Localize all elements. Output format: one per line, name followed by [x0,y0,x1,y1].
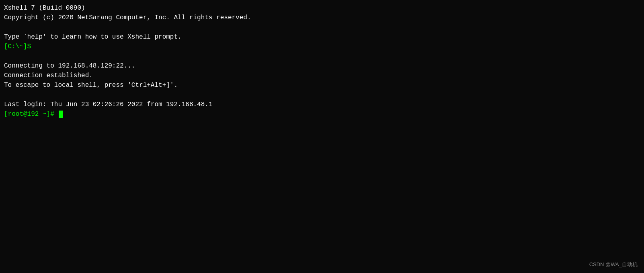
terminal-line-lastlogin: Last login: Thu Jun 23 02:26:26 2022 fro… [4,100,640,109]
terminal-line-4: Type `help' to learn how to use Xshell p… [4,32,640,42]
terminal-empty-2 [4,51,640,61]
terminal-line-escape: To escape to local shell, press 'Ctrl+Al… [4,80,640,90]
terminal-cursor [59,111,63,118]
terminal-line-1: Xshell 7 (Build 0090) [4,3,640,13]
watermark: CSDN @WA_自动机 [589,261,638,269]
terminal-empty-1 [4,23,640,32]
terminal-line-2: Copyright (c) 2020 NetSarang Computer, I… [4,13,640,23]
terminal-line-connecting: Connecting to 192.168.48.129:22... [4,61,640,71]
terminal-active-prompt: [root@192 ~]# [4,109,640,119]
terminal-line-connected: Connection established. [4,71,640,80]
terminal-empty-3 [4,90,640,100]
terminal-window[interactable]: Xshell 7 (Build 0090) Copyright (c) 2020… [0,0,644,273]
terminal-prompt-text: [root@192 ~]# [4,109,58,119]
terminal-prompt-local: [C:\~]$ [4,42,640,51]
